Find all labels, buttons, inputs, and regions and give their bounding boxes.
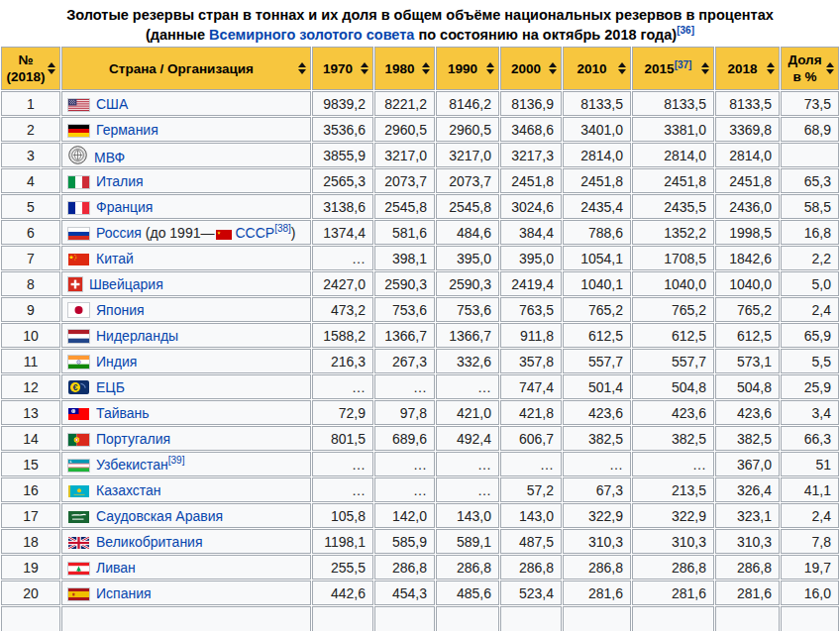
value-cell-1970: 2427,0 (312, 271, 373, 296)
es-flag-icon (68, 588, 89, 600)
country-link[interactable]: Япония (96, 302, 145, 318)
value-cell-1990: 2545,8 (436, 194, 499, 219)
rank-cell: 7 (1, 246, 60, 270)
world-gold-council-link[interactable]: Всемирного золотого совета (209, 27, 414, 43)
ussr-flag-icon (216, 230, 232, 240)
table-row: 2Германия3536,62960,52960,53468,63401,03… (1, 117, 839, 142)
country-link[interactable]: Германия (96, 122, 158, 138)
column-header-2000[interactable]: 2000 (500, 47, 562, 90)
value-cell-1990: 753,6 (436, 297, 499, 322)
country-cell: Саудовская Аравия (61, 503, 311, 528)
column-header-2010[interactable]: 2010 (563, 47, 631, 90)
country-link[interactable]: США (96, 96, 128, 112)
value-cell-1970: 72,9 (312, 400, 373, 425)
column-header-share[interactable]: Доляв % (781, 47, 839, 90)
value-cell-2000: 286,8 (500, 555, 562, 580)
value-cell-1970: 1588,2 (312, 323, 373, 348)
value-cell-1980: … (374, 452, 435, 476)
country-link[interactable]: Италия (96, 173, 144, 189)
value-cell-2010: 423,6 (563, 400, 631, 425)
value-cell-2000: 143,0 (500, 503, 562, 528)
value-cell-1970: 3855,9 (312, 143, 373, 167)
country-cell: Франция (61, 194, 311, 219)
value-cell-1970: 801,5 (312, 426, 373, 451)
value-cell-2010: 286,8 (563, 555, 631, 580)
value-cell-2000: 384,4 (500, 220, 562, 245)
rank-cell: 15 (1, 452, 60, 476)
value-cell-2015: 765,2 (632, 297, 714, 322)
value-cell-2010: 557,7 (563, 349, 631, 373)
value-cell-1980: 585,9 (374, 529, 435, 554)
reference-36-link[interactable]: [36] (677, 25, 694, 36)
title-line2-prefix: (данные (146, 27, 209, 43)
value-cell-2000: 3024,6 (500, 194, 562, 219)
value-cell-1990: 2960,5 (436, 117, 499, 142)
country-link[interactable]: Ливан (96, 560, 136, 576)
reference-37-link[interactable]: [37] (675, 58, 692, 69)
value-cell-share: 66,3 (781, 426, 839, 451)
rank-cell: 5 (1, 194, 60, 219)
column-header-1990[interactable]: 1990 (436, 47, 499, 90)
table-row: 7Китай…398,1395,0395,01054,11708,51842,6… (1, 246, 839, 270)
value-cell-1980: 2545,8 (374, 194, 435, 219)
country-link[interactable]: Казахстан (96, 482, 161, 498)
value-cell-2010: 8133,5 (563, 91, 631, 116)
value-cell-2010: … (563, 452, 631, 476)
reference-link[interactable]: [38] (274, 223, 291, 234)
value-cell-1980: 753,6 (374, 297, 435, 322)
table-header-row: №(2018)Страна / Организация1970198019902… (1, 47, 839, 90)
value-cell-2018: 382,5 (715, 426, 780, 451)
country-link[interactable]: МВФ (94, 150, 125, 165)
column-header-country[interactable]: Страна / Организация (61, 47, 311, 90)
column-header-1980[interactable]: 1980 (374, 47, 435, 90)
title-line1: Золотые резервы стран в тоннах и их доля… (0, 5, 840, 25)
value-cell-2018: 323,1 (715, 503, 780, 528)
sort-icon (48, 62, 55, 74)
country-link[interactable]: Великобритания (96, 534, 203, 550)
country-link[interactable]: СССР (235, 225, 274, 241)
reference-link[interactable]: [39] (168, 455, 185, 466)
value-cell-2015: 2451,8 (632, 168, 714, 193)
country-link[interactable]: Франция (96, 199, 153, 215)
country-link[interactable]: ЕЦБ (96, 379, 125, 395)
value-cell-2015: 1708,5 (632, 246, 714, 270)
table-row: 14Португалия801,5689,6492,4606,7382,5382… (1, 426, 839, 451)
value-cell-2010: 788,6 (563, 220, 631, 245)
sort-icon (361, 62, 368, 74)
country-link[interactable]: Швейцария (89, 276, 163, 292)
country-link[interactable]: Саудовская Аравия (96, 508, 223, 524)
value-cell-share: 3,4 (781, 400, 839, 425)
column-header-rank[interactable]: №(2018) (1, 47, 60, 90)
ch-flag-icon (68, 277, 82, 291)
rank-cell: 3 (1, 143, 60, 167)
table-row: 19Ливан255,5286,8286,8286,8286,8286,8286… (1, 555, 839, 580)
country-link[interactable]: Китай (96, 251, 134, 266)
value-cell-share: 58,5 (781, 194, 839, 219)
sort-icon (701, 62, 709, 74)
value-cell-2015: 1352,2 (632, 220, 714, 245)
value-cell-1990: 395,0 (436, 246, 499, 270)
value-cell-2015: 423,6 (632, 400, 714, 425)
value-cell-2018: 310,3 (715, 529, 780, 554)
country-link[interactable]: Узбекистан (96, 457, 168, 473)
gold-reserves-table: №(2018)Страна / Организация1970198019902… (0, 46, 840, 632)
column-header-2018[interactable]: 2018 (715, 47, 780, 90)
value-cell-1980: 2590,3 (374, 271, 435, 296)
country-link[interactable]: Тайвань (96, 405, 150, 421)
country-cell: Италия (61, 168, 311, 193)
country-link[interactable]: Индия (96, 354, 137, 369)
value-cell-2000: 747,4 (500, 374, 562, 399)
country-cell: США (61, 91, 311, 116)
column-header-1970[interactable]: 1970 (312, 47, 373, 90)
country-link[interactable]: Испания (96, 585, 152, 601)
fr-flag-icon (68, 202, 89, 214)
value-cell-1980: … (374, 374, 435, 399)
country-link[interactable]: Португалия (96, 431, 170, 447)
table-row: 8Швейцария2427,02590,32590,32419,41040,1… (1, 271, 839, 296)
value-cell-2015: 322,9 (632, 503, 714, 528)
country-link[interactable]: Нидерланды (96, 328, 178, 344)
country-link[interactable]: Россия (96, 225, 142, 241)
rank-cell: 2 (1, 117, 60, 142)
column-header-2015[interactable]: 2015[37] (632, 47, 714, 90)
value-cell-2015: 1040,0 (632, 271, 714, 296)
